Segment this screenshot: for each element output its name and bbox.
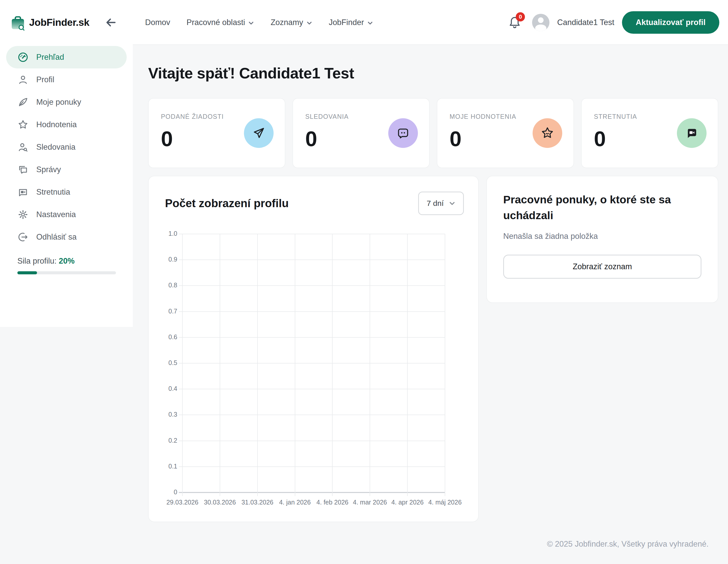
sidebar-item-overview[interactable]: Prehľad [6, 46, 127, 68]
sidebar: JobFinder.sk Prehľad Profil [0, 0, 133, 327]
y-axis-tick-label: 1.0 [154, 230, 177, 237]
chart-range-select[interactable]: 7 dní [418, 192, 464, 215]
star-smile-icon [541, 126, 554, 140]
profile-strength-value: 20% [59, 256, 75, 265]
nav-item-label: JobFinder [329, 18, 364, 27]
sidebar-item-follows[interactable]: Sledovania [0, 136, 133, 158]
stat-card-follows: SLEDOVANIA 0 [292, 98, 430, 168]
avatar[interactable] [532, 14, 549, 31]
x-axis-tick-label: 4. máj 2026 [421, 499, 468, 506]
update-profile-button[interactable]: Aktualizovať profil [622, 11, 719, 34]
y-axis-tick-label: 0.1 [154, 463, 177, 470]
briefcase-logo-icon[interactable] [9, 15, 27, 32]
profile-strength-fill [17, 271, 37, 274]
nav-item-home[interactable]: Domov [145, 18, 170, 27]
logout-icon [17, 231, 29, 243]
gridline-h [179, 466, 445, 467]
stat-card-ratings: MOJE HODNOTENIA 0 [437, 98, 574, 168]
y-axis-tick-label: 0.4 [154, 385, 177, 392]
chart-range-value: 7 dní [427, 199, 444, 208]
sidebar-item-meetings[interactable]: Stretnutia [0, 181, 133, 203]
applied-jobs-empty-text: Nenašla sa žiadna položka [503, 232, 701, 241]
messages-icon [17, 164, 29, 175]
sidebar-menu: Prehľad Profil Moje ponuky Hodnotenia [0, 46, 133, 248]
arrow-left-icon [105, 16, 117, 29]
y-axis-tick-label: 0.6 [154, 333, 177, 341]
copyright-text: © 2025 Jobfinder.sk, Všetky práva vyhrad… [547, 539, 709, 549]
y-axis-tick-label: 0.3 [154, 411, 177, 418]
stat-icon-circle [388, 118, 418, 148]
sidebar-item-label: Správy [36, 165, 61, 174]
sidebar-item-ratings[interactable]: Hodnotenia [0, 113, 133, 136]
nav-item-label: Pracovné oblasti [186, 18, 245, 27]
gridline-h [179, 260, 445, 260]
gridline-v [445, 234, 445, 496]
gridline-h [179, 311, 445, 312]
sidebar-item-messages[interactable]: Správy [0, 158, 133, 181]
sidebar-item-label: Odhlásiť sa [36, 232, 77, 242]
feather-icon [17, 97, 29, 108]
nav-item-label: Domov [145, 18, 170, 27]
stats-row: PODANÉ ŽIADOSTI 0 SLEDOVANIA 0 MOJE HODN… [148, 98, 718, 168]
nav-item-jobfinder[interactable]: JobFinder [329, 18, 373, 27]
sidebar-item-logout[interactable]: Odhlásiť sa [0, 226, 133, 248]
sidebar-item-settings[interactable]: Nastavenia [0, 203, 133, 226]
user-search-icon [17, 142, 29, 153]
gridline-v [182, 234, 183, 496]
sidebar-item-label: Prehľad [36, 53, 64, 62]
stat-icon-circle [533, 118, 562, 148]
video-chat-icon [685, 126, 698, 140]
sidebar-item-label: Moje ponuky [36, 98, 81, 107]
sidebar-item-profile[interactable]: Profil [0, 68, 133, 91]
profile-views-card: Počet zobrazení profilu 7 dní 1.00.90.80… [148, 176, 479, 522]
show-list-button[interactable]: Zobraziť zoznam [503, 255, 701, 279]
gridline-h [179, 234, 445, 234]
nav-item-label: Zoznamy [271, 18, 303, 27]
chevron-down-icon [248, 20, 254, 26]
send-icon [252, 126, 265, 140]
sidebar-item-label: Stretnutia [36, 187, 70, 197]
gridline-h [179, 492, 445, 493]
gridline-h [179, 285, 445, 286]
sidebar-item-label: Hodnotenia [36, 120, 77, 129]
header-right-cluster: 0 Candidate1 Test Aktualizovať profil [507, 0, 719, 45]
chevron-down-icon [367, 20, 373, 26]
profile-views-chart: 1.00.90.80.70.60.50.40.30.20.1029.03.202… [182, 234, 445, 492]
y-axis-tick-label: 0.5 [154, 359, 177, 367]
sidebar-item-label: Profil [36, 75, 54, 84]
user-icon [17, 74, 29, 85]
applied-jobs-title: Pracovné ponuky, o ktoré ste sa uchádzal… [503, 192, 701, 224]
main-content: Vitajte späť! Candidate1 Test PODANÉ ŽIA… [148, 0, 718, 564]
gridline-h [179, 389, 445, 389]
gridline-v [295, 234, 295, 496]
sidebar-item-label: Nastavenia [36, 210, 76, 219]
nav-item-work-areas[interactable]: Pracovné oblasti [186, 18, 254, 27]
y-axis-tick-label: 0.7 [154, 308, 177, 315]
nav-item-lists[interactable]: Zoznamy [271, 18, 312, 27]
sidebar-collapse-button[interactable] [104, 16, 118, 30]
sidebar-item-label: Sledovania [36, 143, 75, 152]
y-axis-tick-label: 0.2 [154, 437, 177, 444]
user-name[interactable]: Candidate1 Test [557, 18, 614, 27]
video-meeting-icon [17, 186, 29, 198]
page-title: Vitajte späť! Candidate1 Test [148, 64, 354, 82]
stat-icon-circle [244, 118, 274, 148]
main-nav: Domov Pracovné oblasti Zoznamy JobFinder [145, 0, 373, 45]
chevron-down-icon [449, 200, 455, 207]
gridline-v [407, 234, 408, 496]
chevron-down-icon [306, 20, 312, 26]
gridline-v [332, 234, 333, 496]
chat-dots-icon [396, 126, 410, 140]
stat-card-applications: PODANÉ ŽIADOSTI 0 [148, 98, 285, 168]
notification-badge: 0 [516, 12, 525, 21]
logo-row: JobFinder.sk [0, 0, 133, 45]
gridline-v [257, 234, 258, 496]
sidebar-item-my-offers[interactable]: Moje ponuky [0, 91, 133, 113]
gridline-h [179, 363, 445, 363]
notifications-button[interactable]: 0 [507, 15, 522, 30]
gridline-v [220, 234, 220, 496]
gear-icon [17, 209, 29, 220]
stat-icon-circle [677, 118, 707, 148]
logo-text[interactable]: JobFinder.sk [29, 17, 89, 28]
applied-jobs-card: Pracovné ponuky, o ktoré ste sa uchádzal… [486, 176, 718, 303]
